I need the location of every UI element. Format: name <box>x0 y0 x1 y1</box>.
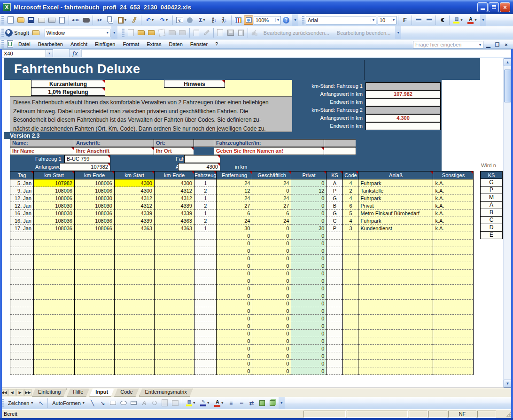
cell[interactable] <box>433 300 474 307</box>
cell[interactable] <box>115 292 155 300</box>
mail-icon[interactable] <box>37 16 46 25</box>
cell[interactable] <box>155 232 194 240</box>
cell[interactable]: 2 <box>194 217 217 225</box>
owner-value-cell[interactable]: Geben Sie Ihren Namen an! <box>214 147 324 155</box>
toolbar-options-chevron[interactable]: ▾ <box>395 26 401 39</box>
cell[interactable] <box>10 322 34 330</box>
toolbar-options-chevron[interactable]: ▾ <box>279 397 285 409</box>
cell[interactable] <box>155 270 194 277</box>
drawing-toggle-icon[interactable] <box>244 16 253 25</box>
cell[interactable] <box>194 352 217 360</box>
cell[interactable] <box>75 307 115 315</box>
cell[interactable]: 108036 <box>34 217 75 225</box>
cell[interactable] <box>155 300 194 307</box>
cell[interactable]: 0 <box>291 360 326 367</box>
cell[interactable] <box>75 285 115 292</box>
cell[interactable] <box>34 247 75 255</box>
cell[interactable] <box>358 337 433 345</box>
format-painter-icon[interactable] <box>130 16 139 25</box>
align-left-icon[interactable] <box>414 16 423 25</box>
review-new-comment-icon[interactable] <box>126 28 136 38</box>
cell[interactable]: 4300 <box>115 179 155 187</box>
menu-item[interactable]: Ansicht <box>67 40 91 48</box>
cell[interactable] <box>343 330 358 337</box>
restore-button[interactable] <box>489 2 499 12</box>
cell[interactable] <box>34 300 75 307</box>
cell[interactable]: 0 <box>291 352 326 360</box>
cell[interactable] <box>194 285 217 292</box>
cell[interactable] <box>433 285 474 292</box>
cell[interactable] <box>155 367 194 375</box>
cell[interactable]: 0 <box>252 240 291 247</box>
cell[interactable] <box>433 352 474 360</box>
cell[interactable] <box>358 262 433 270</box>
menu-item[interactable]: ? <box>211 40 222 48</box>
cell[interactable]: 12. Jan <box>10 202 34 210</box>
cell[interactable]: 107982 <box>34 179 75 187</box>
cell[interactable] <box>358 307 433 315</box>
navy-cell[interactable] <box>194 147 214 155</box>
formula-input[interactable] <box>81 49 512 57</box>
cell[interactable] <box>433 262 474 270</box>
cell[interactable]: Kundendienst <box>358 225 433 232</box>
cell[interactable]: 16. Jan <box>10 217 34 225</box>
cell[interactable] <box>155 285 194 292</box>
cell[interactable]: 0 <box>291 247 326 255</box>
undo-icon[interactable]: ↶▾ <box>143 16 156 25</box>
menu-item[interactable]: Extras <box>143 40 165 48</box>
cell[interactable] <box>34 292 75 300</box>
header-cell[interactable]: Anlaß <box>358 171 433 179</box>
cell[interactable] <box>34 255 75 262</box>
cell[interactable]: 108030 <box>34 210 75 217</box>
cell[interactable]: G <box>326 194 343 202</box>
owner-value-cell[interactable] <box>324 147 356 155</box>
cell[interactable]: 0 <box>217 360 252 367</box>
sort-descending-icon[interactable]: ZA↓ <box>220 16 229 25</box>
cell[interactable] <box>433 277 474 285</box>
cell[interactable]: 0 <box>291 330 326 337</box>
cell[interactable] <box>194 322 217 330</box>
cell[interactable] <box>34 360 75 367</box>
cell[interactable] <box>326 360 343 367</box>
cell[interactable] <box>75 322 115 330</box>
cell[interactable] <box>34 315 75 322</box>
cell[interactable]: 0 <box>217 247 252 255</box>
cell[interactable] <box>10 277 34 285</box>
cell[interactable] <box>358 277 433 285</box>
cell[interactable]: 4300 <box>115 187 155 194</box>
cell[interactable]: 4312 <box>155 194 194 202</box>
cell[interactable]: 108036 <box>34 225 75 232</box>
cell[interactable] <box>194 330 217 337</box>
shadow-style-icon[interactable] <box>257 398 267 408</box>
cell[interactable]: Tankstelle <box>358 187 433 194</box>
cell[interactable] <box>194 270 217 277</box>
cell[interactable]: 24 <box>252 217 291 225</box>
font-color-icon[interactable]: A▾ <box>466 16 479 25</box>
cell[interactable] <box>115 255 155 262</box>
cell[interactable] <box>433 345 474 352</box>
cell[interactable] <box>358 315 433 322</box>
menu-item[interactable]: Einfügen <box>91 40 119 48</box>
cell[interactable] <box>358 240 433 247</box>
cell[interactable] <box>343 247 358 255</box>
cell[interactable]: P <box>326 187 343 194</box>
cell[interactable] <box>343 240 358 247</box>
cell[interactable]: 0 <box>291 337 326 345</box>
cell[interactable] <box>358 367 433 375</box>
cell[interactable]: 0 <box>291 262 326 270</box>
cell[interactable] <box>194 315 217 322</box>
cell[interactable]: 0 <box>291 232 326 240</box>
cell[interactable]: C <box>326 217 343 225</box>
cell[interactable]: 9. Jan <box>10 187 34 194</box>
cell[interactable]: k.A. <box>433 179 474 187</box>
line-color-icon[interactable]: ✎▾ <box>198 398 211 408</box>
cell[interactable]: 0 <box>217 277 252 285</box>
cell[interactable]: 108030 <box>75 202 115 210</box>
cell[interactable]: 1 <box>194 210 217 217</box>
cell[interactable] <box>358 345 433 352</box>
cell[interactable]: 0 <box>217 232 252 240</box>
cell[interactable] <box>75 232 115 240</box>
print-icon[interactable] <box>47 16 56 25</box>
cell[interactable] <box>343 345 358 352</box>
cell[interactable] <box>10 247 34 255</box>
